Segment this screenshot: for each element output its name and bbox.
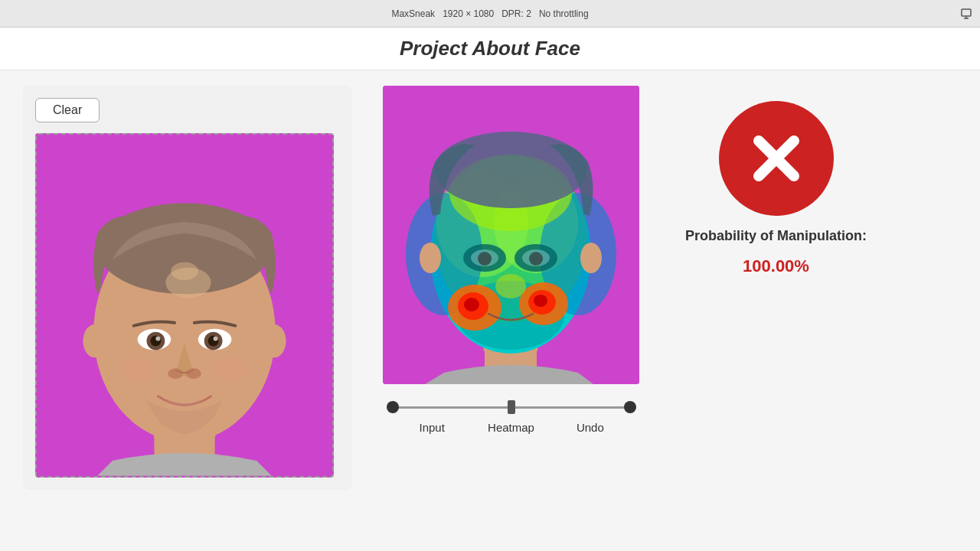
result-section: Probability of Manipulation: 100.00% [685, 101, 867, 276]
svg-point-50 [495, 274, 526, 298]
slider-label-input: Input [393, 421, 472, 434]
slider-dot-left [387, 401, 399, 413]
slider-label-heatmap: Heatmap [472, 421, 550, 434]
slider-dot-right [624, 401, 636, 413]
heatmap-image-container [383, 86, 639, 384]
svg-point-47 [434, 132, 587, 208]
page-content: Project About Face Clear [0, 28, 980, 551]
svg-point-49 [580, 243, 602, 273]
svg-rect-0 [962, 9, 971, 16]
probability-value: 100.00% [743, 256, 809, 276]
center-area: Input Heatmap Undo [383, 86, 639, 434]
slider-dot-middle [508, 400, 515, 414]
browser-bar: MaxSneak 1920 × 1080 DPR: 2 No throttlin… [0, 0, 980, 28]
svg-point-12 [155, 337, 160, 341]
main-area: Clear [0, 70, 980, 548]
probability-label: Probability of Manipulation: [685, 228, 867, 244]
svg-point-16 [214, 337, 218, 341]
svg-point-45 [478, 252, 492, 266]
input-image-container [35, 133, 334, 478]
browser-bar-center: MaxSneak 1920 × 1080 DPR: 2 No throttlin… [391, 8, 588, 19]
page-header: Project About Face [0, 28, 980, 70]
dpr-label: DPR: 2 [501, 8, 531, 19]
x-icon [742, 124, 811, 193]
browser-bar-right [598, 8, 972, 20]
svg-point-46 [529, 252, 543, 266]
svg-point-37 [464, 298, 479, 311]
slider-track [393, 406, 630, 409]
svg-point-40 [534, 295, 547, 307]
left-panel: Clear [23, 86, 352, 490]
throttle-label: No throttling [539, 8, 589, 19]
device-label: MaxSneak [391, 8, 435, 19]
svg-point-19 [83, 324, 107, 358]
svg-point-20 [262, 324, 286, 358]
svg-point-48 [420, 243, 441, 273]
slider-label-undo: Undo [550, 421, 629, 434]
input-face-svg [37, 135, 332, 476]
svg-point-22 [211, 358, 249, 381]
right-area: Input Heatmap Undo Probability of Manipu… [383, 86, 957, 434]
clear-button[interactable]: Clear [35, 98, 100, 122]
slider-track-container[interactable] [393, 399, 630, 415]
error-icon [719, 101, 834, 216]
svg-point-21 [120, 358, 158, 381]
screen-icon [960, 8, 972, 20]
slider-section: Input Heatmap Undo [393, 399, 630, 434]
resolution-label: 1920 × 1080 [443, 8, 494, 19]
page-title: Project About Face [400, 37, 580, 60]
heatmap-svg [383, 86, 639, 384]
svg-point-23 [171, 262, 198, 281]
slider-labels: Input Heatmap Undo [393, 421, 630, 434]
